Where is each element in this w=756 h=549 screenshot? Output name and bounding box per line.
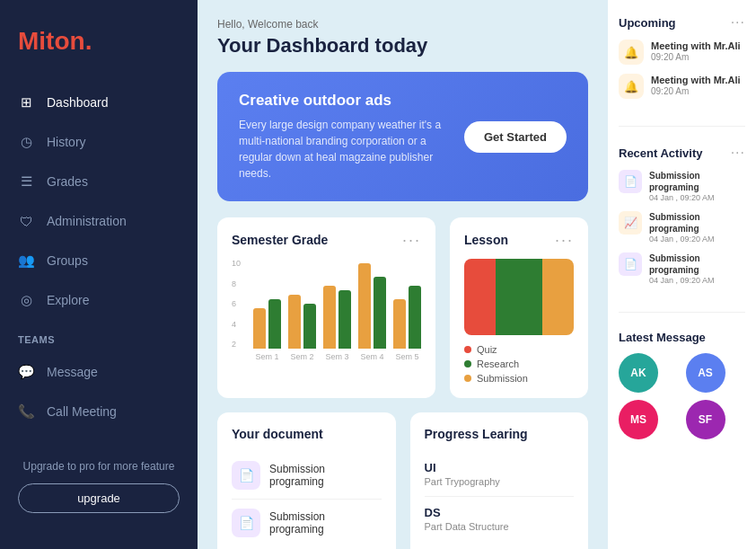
recent-activity-section: Recent Activity ··· 📄 Submission program…: [619, 145, 745, 294]
main-content: Hello, Welcome back Your Dashboard today…: [198, 0, 608, 549]
progress-sublabel-ui: Part Trypography: [425, 476, 575, 487]
event-item-2: 🔔 Meeting with Mr.Ali 09:20 Am: [619, 74, 745, 99]
upcoming-section: Upcoming ··· 🔔 Meeting with Mr.Ali 09:20…: [619, 14, 745, 108]
legend-submission: Submission: [464, 373, 574, 384]
research-label: Research: [477, 359, 519, 369]
divider-2: [619, 312, 745, 313]
activity-title-2: Submission programing: [649, 211, 745, 235]
sem1-bar-orange: [253, 308, 266, 349]
upgrade-button[interactable]: upgrade: [18, 483, 180, 513]
chart-label-sem3: Sem 3: [323, 352, 351, 361]
event-details-1: Meeting with Mr.Ali 09:20 Am: [651, 40, 741, 62]
message-icon: 💬: [18, 364, 34, 380]
activity-item-1: 📄 Submission programing 04 Jan , 09:20 A…: [619, 170, 745, 202]
progress-sublabel-ds: Part Data Structure: [425, 521, 575, 532]
lesson-menu[interactable]: ···: [555, 232, 574, 248]
progress-item-ui: UI Part Trypography: [425, 452, 575, 497]
sem4-bar-orange: [358, 263, 371, 349]
sidebar-item-call-meeting[interactable]: 📞 Call Meeting: [0, 392, 198, 431]
avatar-as[interactable]: AS: [686, 353, 725, 393]
chart-label-sem5: Sem 5: [393, 352, 421, 361]
avatar-sf[interactable]: SF: [686, 400, 725, 439]
bottom-row: Your document 📄 Submission programing 📄 …: [217, 412, 588, 549]
avatar-grid: AK AS MS SF: [619, 353, 745, 439]
lesson-header: Lesson ···: [464, 232, 574, 248]
explore-icon: ◎: [18, 292, 34, 308]
chart-label-sem2: Sem 2: [288, 352, 316, 361]
sidebar-item-grades[interactable]: ☰ Grades: [0, 162, 198, 201]
activity-icon-2: 📈: [619, 211, 642, 235]
recent-activity-menu[interactable]: ···: [731, 145, 745, 161]
doc-item-1[interactable]: 📄 Submission programing: [232, 452, 382, 500]
submission-dot: [464, 375, 471, 382]
sem3-bar-orange: [323, 286, 336, 349]
avatar-ms[interactable]: MS: [619, 400, 658, 439]
doc-icon-2: 📄: [232, 509, 260, 537]
dashboard-icon: ⊞: [18, 94, 34, 111]
semester-grade-menu[interactable]: ···: [402, 232, 421, 248]
sem5-bar-green: [409, 286, 421, 349]
sidebar-item-history[interactable]: ◷ History: [0, 122, 198, 162]
activity-item-2: 📈 Submission programing 04 Jan , 09:20 A…: [619, 211, 745, 244]
activity-time-1: 04 Jan , 09:20 AM: [649, 193, 745, 202]
latest-message-header: Latest Message: [619, 331, 745, 344]
activity-time-3: 04 Jan , 09:20 AM: [649, 276, 745, 285]
administration-icon: 🛡: [18, 213, 34, 229]
lesson-legend: Quiz Research Submission: [464, 344, 574, 384]
get-started-button[interactable]: Get Started: [464, 121, 567, 153]
banner-content: Creative outdoor ads Every large design …: [239, 92, 450, 182]
sidebar-label-explore: Explore: [47, 293, 89, 307]
lesson-title: Lesson: [464, 233, 508, 247]
progress-title: Progress Learing: [425, 427, 528, 441]
doc-name-1: Submission programing: [269, 463, 382, 488]
sidebar-navigation: ⊞ Dashboard ◷ History ☰ Grades 🛡 Adminis…: [0, 83, 198, 441]
right-panel: Upcoming ··· 🔔 Meeting with Mr.Ali 09:20…: [608, 0, 756, 549]
avatar-ak[interactable]: AK: [619, 353, 658, 393]
activity-title-1: Submission programing: [649, 170, 745, 193]
sidebar-item-dashboard[interactable]: ⊞ Dashboard: [0, 83, 198, 122]
sidebar-item-explore[interactable]: ◎ Explore: [0, 280, 198, 320]
research-dot: [464, 360, 471, 367]
chart-labels: Sem 1 Sem 2 Sem 3 Sem 4 Sem 5: [232, 352, 421, 361]
upcoming-menu[interactable]: ···: [731, 14, 745, 31]
logo: Miton.: [0, 18, 198, 83]
doc-name-2: Submission programing: [269, 510, 382, 536]
sem4-bars: [358, 263, 386, 349]
event-title-1: Meeting with Mr.Ali: [651, 40, 741, 52]
sidebar-item-administration[interactable]: 🛡 Administration: [0, 201, 198, 241]
activity-time-2: 04 Jan , 09:20 AM: [649, 235, 745, 244]
documents-title: Your document: [232, 427, 323, 441]
history-icon: ◷: [18, 134, 34, 150]
progress-label-ds: DS: [425, 506, 575, 519]
recent-activity-header: Recent Activity ···: [619, 145, 745, 161]
sidebar-item-message[interactable]: 💬 Message: [0, 352, 198, 392]
quiz-dot: [464, 346, 471, 353]
sidebar-label-message: Message: [47, 365, 98, 379]
logo-dot: .: [85, 27, 92, 55]
semester-grade-title: Semester Grade: [232, 233, 328, 247]
y-axis: 10 8 6 4 2: [232, 259, 241, 349]
banner-description: Every large design company weather it's …: [239, 117, 450, 182]
upcoming-title: Upcoming: [619, 16, 676, 30]
page-title: Your Dashboard today: [217, 34, 588, 58]
sem2-bars: [288, 295, 316, 349]
sidebar-label-groups: Groups: [47, 253, 88, 268]
doc-item-2[interactable]: 📄 Submission programing: [232, 500, 382, 546]
documents-header: Your document: [232, 427, 382, 441]
divider-1: [619, 126, 745, 127]
latest-message-section: Latest Message AK AS MS SF: [619, 331, 745, 439]
sidebar-item-groups[interactable]: 👥 Groups: [0, 241, 198, 280]
teams-section-label: TEAMS: [0, 320, 198, 352]
activity-details-3: Submission programing 04 Jan , 09:20 AM: [649, 252, 745, 285]
sem3-bars: [323, 286, 351, 349]
submission-label: Submission: [477, 373, 528, 384]
lesson-segment-quiz: [464, 259, 496, 335]
sidebar-label-grades: Grades: [47, 174, 88, 189]
sem5-bars: [393, 286, 421, 349]
latest-message-title: Latest Message: [619, 331, 706, 344]
sem3-bar-green: [338, 290, 351, 349]
activity-item-3: 📄 Submission programing 04 Jan , 09:20 A…: [619, 252, 745, 285]
sidebar: Miton. ⊞ Dashboard ◷ History ☰ Grades 🛡 …: [0, 0, 198, 549]
doc-icon-1: 📄: [232, 461, 260, 490]
event-details-2: Meeting with Mr.Ali 09:20 Am: [651, 74, 741, 96]
